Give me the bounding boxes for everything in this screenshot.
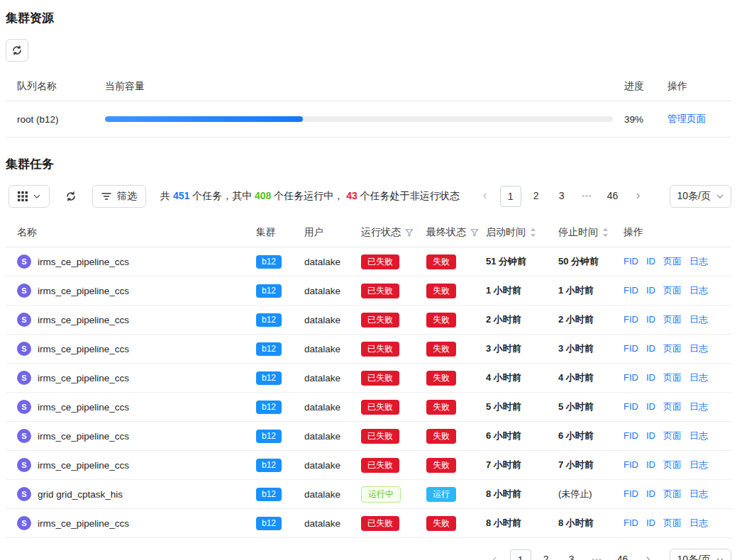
start-time: 8 小时前: [486, 517, 558, 530]
log-link[interactable]: 日志: [689, 314, 708, 325]
pagination-page-2[interactable]: 2: [536, 549, 557, 560]
header-action: 操作: [663, 80, 731, 93]
log-link[interactable]: 日志: [689, 401, 708, 412]
run-status-badge: 已失败: [361, 516, 399, 531]
page-link[interactable]: 页面: [663, 430, 682, 441]
pagination-page-1[interactable]: 1: [510, 549, 531, 560]
run-status-badge: 运行中: [361, 486, 401, 503]
id-link[interactable]: ID: [646, 285, 655, 296]
start-time: 3 小时前: [486, 342, 558, 355]
pagination-ellipsis[interactable]: •••: [587, 549, 608, 560]
log-link[interactable]: 日志: [689, 517, 708, 528]
tasks-refresh-button[interactable]: [60, 185, 82, 208]
filter-button[interactable]: 筛选: [92, 185, 146, 208]
page-link[interactable]: 页面: [663, 517, 682, 528]
id-link[interactable]: ID: [646, 372, 655, 383]
id-link[interactable]: ID: [646, 459, 655, 470]
page-link[interactable]: 页面: [663, 372, 682, 383]
log-link[interactable]: 日志: [689, 285, 708, 296]
pagination-page-46[interactable]: 46: [602, 186, 624, 207]
sorter-icon[interactable]: [530, 228, 536, 237]
avatar: S: [17, 342, 31, 356]
start-time: 2 小时前: [486, 313, 558, 326]
avatar: S: [17, 487, 31, 501]
page-size-select[interactable]: 10条/页: [670, 549, 731, 560]
log-link[interactable]: 日志: [689, 372, 708, 383]
pagination-prev[interactable]: ‹: [475, 186, 496, 207]
pagination-next[interactable]: ›: [628, 186, 649, 207]
fid-link[interactable]: FID: [624, 314, 638, 325]
final-status-badge: 失败: [426, 342, 456, 357]
fid-link[interactable]: FID: [624, 517, 638, 528]
page-link[interactable]: 页面: [663, 314, 682, 325]
pagination-next[interactable]: ›: [638, 549, 659, 560]
table-row: Sirms_ce_pipeline_ccs b12 datalake 已失败 失…: [6, 509, 731, 538]
table-row: Sirms_ce_pipeline_ccs b12 datalake 已失败 失…: [6, 422, 731, 451]
pagination-page-46[interactable]: 46: [612, 549, 633, 560]
pagination-page-3[interactable]: 3: [561, 549, 582, 560]
page-link[interactable]: 页面: [663, 343, 682, 354]
user-name: datalake: [304, 286, 361, 296]
cluster-badge: b12: [256, 342, 282, 356]
page-link[interactable]: 页面: [663, 488, 682, 499]
id-link[interactable]: ID: [646, 430, 655, 441]
page-link[interactable]: 页面: [663, 401, 682, 412]
page-size-select[interactable]: 10条/页: [670, 185, 731, 208]
avatar: S: [17, 313, 31, 327]
id-link[interactable]: ID: [646, 488, 655, 499]
pagination-prev[interactable]: ‹: [484, 549, 506, 560]
pagination-page-1[interactable]: 1: [500, 186, 521, 207]
run-status-badge: 已失败: [361, 284, 399, 298]
filter-funnel-icon[interactable]: [405, 228, 414, 237]
avatar: S: [17, 458, 31, 472]
id-link[interactable]: ID: [646, 343, 655, 354]
fid-link[interactable]: FID: [624, 343, 638, 354]
pagination-page-3[interactable]: 3: [551, 186, 572, 207]
page-link[interactable]: 页面: [663, 256, 682, 267]
fid-link[interactable]: FID: [624, 488, 638, 499]
manage-page-link[interactable]: 管理页面: [667, 113, 706, 124]
run-status-badge: 已失败: [361, 400, 399, 415]
page-link[interactable]: 页面: [663, 459, 682, 470]
task-name: irms_ce_pipeline_ccs: [38, 286, 129, 296]
sorter-icon[interactable]: [602, 228, 609, 237]
resources-table: 队列名称 当前容量 进度 操作 root (b12) 39% 管理页面: [6, 72, 731, 138]
log-link[interactable]: 日志: [689, 256, 708, 267]
user-name: datalake: [304, 402, 361, 413]
id-link[interactable]: ID: [646, 256, 655, 267]
fid-link[interactable]: FID: [624, 430, 638, 441]
fid-link[interactable]: FID: [624, 459, 638, 470]
fid-link[interactable]: FID: [624, 256, 638, 267]
pagination-ellipsis[interactable]: •••: [577, 186, 598, 207]
cluster-badge: b12: [256, 488, 282, 501]
fid-link[interactable]: FID: [624, 285, 638, 296]
task-name: irms_ce_pipeline_ccs: [38, 431, 129, 442]
task-name: irms_ce_pipeline_ccs: [38, 344, 129, 354]
id-link[interactable]: ID: [646, 314, 655, 325]
cluster-badge: b12: [256, 401, 282, 414]
filter-funnel-icon[interactable]: [470, 228, 479, 237]
avatar: S: [17, 284, 31, 298]
id-link[interactable]: ID: [646, 517, 655, 528]
resources-refresh-button[interactable]: [6, 39, 28, 62]
log-link[interactable]: 日志: [689, 430, 708, 441]
table-row: Sirms_ce_pipeline_ccs b12 datalake 已失败 失…: [6, 335, 731, 364]
avatar: S: [17, 516, 31, 530]
avatar: S: [17, 371, 31, 385]
pagination-page-2[interactable]: 2: [526, 186, 547, 207]
fid-link[interactable]: FID: [624, 401, 638, 412]
table-row: Sirms_ce_pipeline_ccs b12 datalake 已失败 失…: [6, 364, 731, 393]
log-link[interactable]: 日志: [689, 459, 708, 470]
log-link[interactable]: 日志: [689, 488, 708, 499]
cluster-badge: b12: [256, 430, 282, 443]
log-link[interactable]: 日志: [689, 343, 708, 354]
final-status-badge: 失败: [426, 371, 456, 386]
run-status-badge: 已失败: [361, 458, 399, 473]
fid-link[interactable]: FID: [624, 372, 638, 383]
user-name: datalake: [304, 315, 361, 325]
grid-icon: [18, 191, 28, 201]
column-settings-button[interactable]: [9, 185, 50, 208]
queue-name: root (b12): [6, 114, 105, 125]
page-link[interactable]: 页面: [663, 285, 682, 296]
id-link[interactable]: ID: [646, 401, 655, 412]
